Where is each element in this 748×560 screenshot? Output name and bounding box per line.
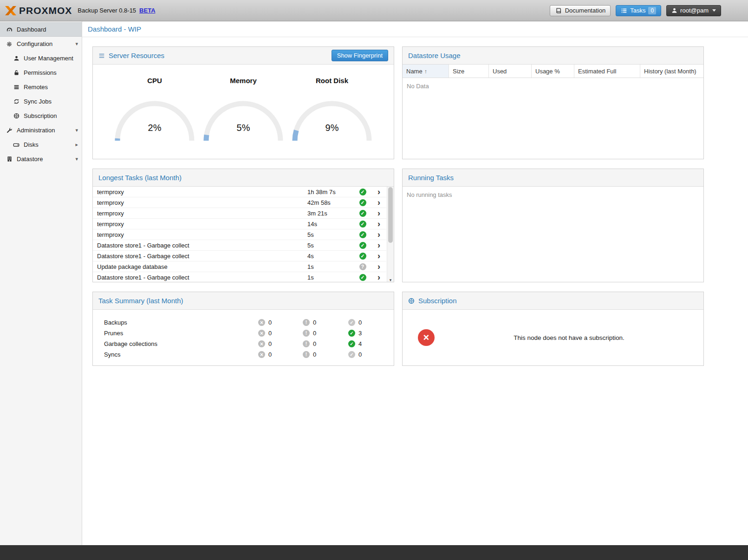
task-row[interactable]: termproxy 1h 38m 7s xyxy=(93,187,386,197)
panel-title: Longest Tasks (last Month) xyxy=(98,174,182,182)
sidebar-item-permissions[interactable]: Permissions xyxy=(0,65,82,80)
sidebar-item-dashboard[interactable]: Dashboard xyxy=(0,22,82,37)
task-duration: 1h 38m 7s xyxy=(307,189,354,195)
task-duration: 4s xyxy=(307,253,354,260)
sidebar-item-label: User Management xyxy=(24,55,73,62)
sidebar-item-label: Permissions xyxy=(24,69,57,76)
chevron-right-icon[interactable] xyxy=(377,252,380,260)
chevron-right-icon[interactable] xyxy=(75,142,78,148)
ok-count-icon xyxy=(348,340,355,347)
task-name: termproxy xyxy=(97,221,307,228)
task-status-icon xyxy=(359,253,366,260)
task-list-icon xyxy=(621,7,627,14)
task-type-label: Backups xyxy=(104,319,258,326)
header-actions: Documentation Tasks 0 root@pam xyxy=(550,5,721,16)
sidebar-item-administration[interactable]: Administration xyxy=(0,123,82,137)
tachometer-icon xyxy=(6,26,13,33)
task-row[interactable]: Datastore store1 - Garbage collect 4s xyxy=(93,251,386,261)
task-status-icon xyxy=(359,231,366,238)
column-header-usage-pct[interactable]: Usage % xyxy=(532,65,574,78)
hard-disk-icon xyxy=(13,142,20,148)
gauge-value: 5% xyxy=(199,123,287,133)
sidebar-item-sync-jobs[interactable]: Sync Jobs xyxy=(0,94,82,109)
beta-link[interactable]: BETA xyxy=(139,7,155,14)
sidebar-item-disks[interactable]: Disks xyxy=(0,137,82,152)
column-header-history[interactable]: History (last Month) xyxy=(640,65,703,78)
task-summary-table: Backups 0 0 0 Prunes 0 0 3 Garbage colle… xyxy=(93,310,394,360)
gauge-value: 2% xyxy=(111,123,199,133)
chevron-down-icon[interactable] xyxy=(75,127,78,133)
task-row[interactable]: Update package database 1s xyxy=(93,261,386,272)
error-count: 0 xyxy=(268,340,272,347)
column-header-estimated-full[interactable]: Estimated Full xyxy=(574,65,640,78)
sidebar-item-datastore[interactable]: Datastore xyxy=(0,152,82,166)
task-name: termproxy xyxy=(97,199,307,206)
chevron-right-icon[interactable] xyxy=(377,220,380,228)
task-duration: 42m 58s xyxy=(307,199,354,206)
subscription-panel: Subscription This node does not have a s… xyxy=(402,292,704,366)
sidebar-item-configuration[interactable]: Configuration xyxy=(0,37,82,51)
error-count-icon xyxy=(258,340,265,347)
user-icon xyxy=(13,55,20,61)
warning-count: 0 xyxy=(313,330,316,337)
task-status-icon xyxy=(359,274,366,281)
tasks-button[interactable]: Tasks 0 xyxy=(616,5,661,16)
task-row[interactable]: termproxy 14s xyxy=(93,219,386,229)
task-status-icon xyxy=(359,199,366,206)
column-header-name[interactable]: Name xyxy=(403,65,449,78)
show-fingerprint-button[interactable]: Show Fingerprint xyxy=(332,50,388,61)
page-title: Dashboard - WIP xyxy=(82,21,748,37)
server-resources-icon xyxy=(98,52,105,59)
warning-count: 0 xyxy=(313,319,316,326)
chevron-right-icon[interactable] xyxy=(377,241,380,249)
datastore-usage-table-header: Name Size Used Usage % Estimated Full Hi… xyxy=(403,65,703,78)
chevron-down-icon[interactable] xyxy=(75,41,78,47)
scrollbar-thumb[interactable] xyxy=(388,187,393,243)
error-count-icon xyxy=(258,351,265,358)
chevron-right-icon[interactable] xyxy=(377,188,380,196)
chevron-right-icon[interactable] xyxy=(377,273,380,281)
task-row[interactable]: Datastore store1 - Garbage collect 5s xyxy=(93,240,386,251)
task-duration: 3m 21s xyxy=(307,210,354,217)
ok-count-icon xyxy=(348,351,355,358)
task-name: Update package database xyxy=(97,263,307,270)
sidebar-item-subscription[interactable]: Subscription xyxy=(0,109,82,123)
documentation-button[interactable]: Documentation xyxy=(550,5,611,16)
user-menu-button[interactable]: root@pam xyxy=(666,5,721,16)
chevron-right-icon[interactable] xyxy=(377,230,380,239)
error-count-icon xyxy=(258,319,265,326)
panel-title: Task Summary (last Month) xyxy=(98,297,183,305)
resource-gauges: CPU 2% Memory xyxy=(93,65,394,144)
subscription-icon xyxy=(408,298,415,304)
sidebar-item-label: Configuration xyxy=(17,40,52,47)
user-icon xyxy=(671,7,677,13)
task-type-label: Garbage collections xyxy=(104,340,258,347)
gauge-label: Memory xyxy=(199,77,287,85)
panel-title: Datastore Usage xyxy=(408,52,461,59)
error-count: 0 xyxy=(268,330,272,337)
chevron-right-icon[interactable] xyxy=(377,198,380,207)
wrench-icon xyxy=(6,127,13,134)
task-row[interactable]: termproxy 42m 58s xyxy=(93,197,386,208)
error-count: 0 xyxy=(268,351,272,358)
column-header-size[interactable]: Size xyxy=(449,65,489,78)
task-row[interactable]: termproxy 3m 21s xyxy=(93,208,386,219)
chevron-right-icon[interactable] xyxy=(377,262,380,271)
sidebar-item-remotes[interactable]: Remotes xyxy=(0,80,82,94)
ok-count-icon xyxy=(348,319,355,326)
server-stack-icon xyxy=(13,84,20,90)
scrollbar[interactable] xyxy=(387,187,394,282)
chevron-down-icon[interactable] xyxy=(75,156,78,162)
scrollbar-down-arrow[interactable] xyxy=(387,278,394,282)
task-row[interactable]: Datastore store1 - Garbage collect 1s xyxy=(93,272,386,282)
documentation-label: Documentation xyxy=(565,7,605,14)
task-summary-row: Syncs 0 0 0 xyxy=(104,349,394,360)
chevron-right-icon[interactable] xyxy=(377,209,380,217)
gear-icon xyxy=(6,41,13,47)
task-row[interactable]: termproxy 5s xyxy=(93,229,386,240)
sidebar-item-user-management[interactable]: User Management xyxy=(0,51,82,65)
error-count-icon xyxy=(258,330,265,337)
task-type-label: Prunes xyxy=(104,330,258,337)
column-header-used[interactable]: Used xyxy=(489,65,532,78)
panel-title: Server Resources xyxy=(109,52,164,59)
